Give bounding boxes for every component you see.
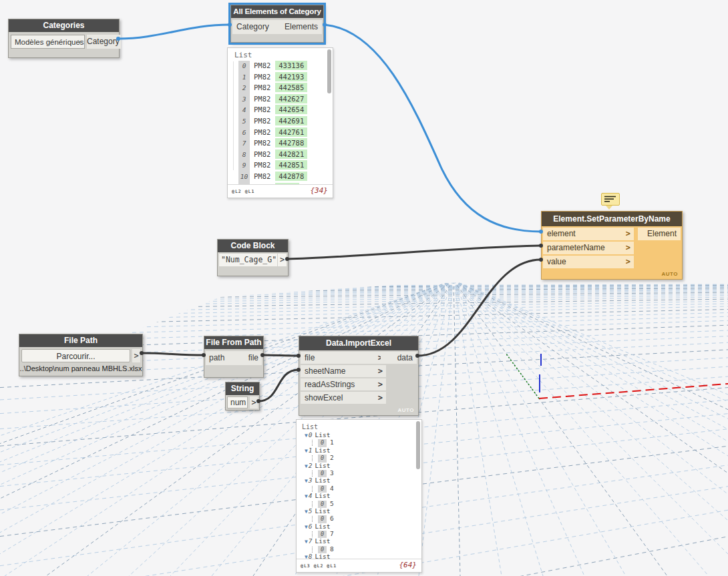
list-item: 8PM82442821 [234,149,333,160]
port-elements-output[interactable]: Elements [275,20,322,34]
list-root-label: List [302,422,421,431]
port-label: parameterName [547,243,605,252]
list-item: 01 [302,439,421,446]
list-item: 6PM82442761 [234,127,333,138]
list-item: 9PM82442851 [234,160,333,171]
dropdown-value: Modèles génériques [15,38,84,46]
nested-list-item[interactable]: ▼6List [302,523,421,530]
list-item: 3PM82442627 [234,93,333,105]
item-count: {64} [399,561,417,569]
default-value-chevron-icon: > [378,378,383,390]
port-label: value [547,257,566,266]
tree-guide-line [233,61,234,170]
port-sheetname-input[interactable]: sheetName > [301,365,386,377]
node-data-importexcel[interactable]: Data.ImportExcel file > sheetName > read… [299,336,419,416]
nested-list-item[interactable]: ▼4List [302,492,421,499]
node-title[interactable]: All Elements of Category [231,5,323,18]
default-value-chevron-icon: > [626,228,630,240]
port-element-input[interactable]: element > [543,228,634,240]
default-value-chevron-icon: > [378,392,383,404]
list-item: 08 [302,545,421,553]
list-root-label: List [234,50,333,60]
node-title[interactable]: Code Block [218,240,288,252]
nested-list-item[interactable]: ▼7List [302,537,421,545]
node-all-elements-of-category[interactable]: All Elements of Category Category Elemen… [230,5,324,43]
port-string-output[interactable]: > [250,396,258,408]
port-filepath-output[interactable]: > [132,349,140,362]
port-file-input[interactable]: file > [301,352,386,364]
list-item: 0PM82433136 [234,60,333,71]
port-label: file [305,353,315,362]
lacing-auto-label[interactable]: AUTO [661,271,678,277]
default-value-chevron-icon: > [626,256,630,268]
scrollbar-thumb[interactable] [416,421,420,469]
preview-bubble-elements[interactable]: List 0PM824331361PM824421932PM824425853P… [227,47,333,198]
list-item: 05 [302,500,421,507]
nested-list-item[interactable]: ▼3List [302,477,421,484]
port-showexcel-input[interactable]: showExcel > [301,392,386,404]
port-element-output[interactable]: Element [638,228,681,240]
nested-list-item[interactable]: ▼5List [302,507,421,515]
nested-list-item[interactable]: ▼1List [302,447,421,454]
note-icon[interactable] [601,193,620,206]
list-item: 02 [302,454,421,461]
string-value-input[interactable]: num [227,396,248,408]
port-value-input[interactable]: value > [543,256,634,268]
list-item: 2PM82442585 [234,82,333,93]
dynamo-canvas[interactable]: Categories Modèles génériques ˅ Category… [0,0,728,576]
browse-button[interactable]: Parcourir... [21,349,130,362]
port-label: element [547,229,576,238]
note-tail [606,206,612,210]
default-value-chevron-icon: > [378,365,383,377]
list-item: 4PM82442654 [234,104,333,115]
chevron-down-icon: ˅ [78,35,81,49]
levels-label: @L3 @L2 @L1 [301,563,337,569]
node-categories[interactable]: Categories Modèles génériques ˅ Category [8,19,120,58]
node-title[interactable]: File From Path [204,336,263,349]
node-title[interactable]: String [226,382,259,395]
port-label: showExcel [305,393,343,402]
port-label: sheetName [305,366,345,376]
preview-footer: @L2 @L1 {34} [228,184,333,198]
lacing-auto-label[interactable]: AUTO [397,407,414,413]
code-block-text[interactable]: "Num_Cage_G"; [219,254,277,266]
list-item: 1PM82442193 [234,71,333,83]
list-item: 10PM82442878 [234,171,333,182]
port-parametername-input[interactable]: parameterName > [543,242,634,254]
list-item: 5PM82442691 [234,115,333,127]
node-element-setparameterbyname[interactable]: Element.SetParameterByName element > par… [541,211,683,280]
selected-file-path: ..\Desktop\num panneau MBHLS.xlsx [19,364,142,372]
port-path-input[interactable]: path [206,351,234,365]
nested-list-item[interactable]: ▼2List [302,462,421,469]
port-codeblock-output[interactable]: > [278,254,287,266]
port-label: readAsStrings [305,380,355,389]
port-file-output[interactable]: file [232,351,262,365]
node-file-path[interactable]: File Path Parcourir... > ..\Desktop\num … [19,334,143,376]
node-code-block[interactable]: Code Block "Num_Cage_G"; > [217,239,289,276]
list-item: 07 [302,530,421,537]
node-string[interactable]: String num > [225,382,260,410]
node-title[interactable]: Categories [9,19,119,32]
list-item: 04 [302,485,421,492]
nested-list-item[interactable]: ▼0List [302,431,421,439]
preview-bubble-excel-data[interactable]: List ▼0List01▼1List02▼2List03▼3List04▼4L… [296,419,422,573]
node-title[interactable]: Element.SetParameterByName [542,212,682,226]
port-category-input[interactable]: Category [232,20,275,34]
node-file-from-path[interactable]: File From Path path file [204,336,264,378]
port-category-output[interactable]: Category [87,35,121,49]
node-title[interactable]: File Path [19,334,142,347]
nested-list-item[interactable]: ▼8List [302,553,421,559]
levels-label: @L2 @L1 [232,189,254,194]
node-comment-bubble[interactable] [601,193,620,210]
list-item: 7PM82442788 [234,137,333,149]
node-title[interactable]: Data.ImportExcel [299,336,418,350]
list-item: 06 [302,515,421,522]
list-item: 03 [302,469,421,477]
port-readasstrings-input[interactable]: readAsStrings > [301,378,386,390]
item-count: {34} [311,186,329,195]
default-value-chevron-icon: > [626,242,630,254]
preview-footer: @L3 @L2 @L1 {64} [297,559,421,572]
port-data-output[interactable]: data [381,352,417,364]
category-dropdown[interactable]: Modèles génériques ˅ [11,35,85,49]
scrollbar-thumb[interactable] [327,49,331,93]
